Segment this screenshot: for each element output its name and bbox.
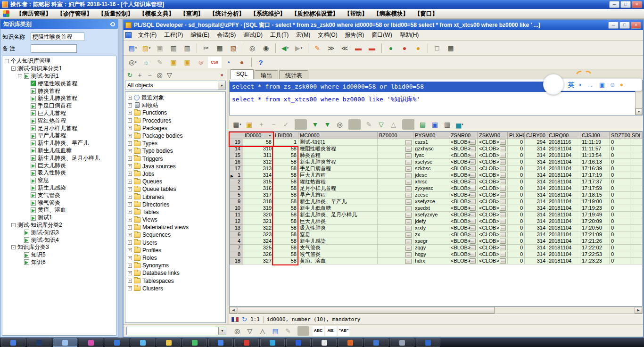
cell-plxh00[interactable]: 0	[508, 172, 525, 179]
expand-icon[interactable]: +	[128, 233, 132, 237]
expand-icon[interactable]: +	[128, 149, 132, 153]
grid-column-header[interactable]: LBID00	[273, 132, 298, 139]
cell-overflow[interactable]	[630, 179, 643, 185]
knowledge-tree-item[interactable]: 测试-知识3	[2, 229, 116, 236]
cell-pysm00[interactable]: xsedxt	[413, 205, 449, 212]
lock-icon[interactable]: ▣	[167, 57, 181, 68]
taskbar-button[interactable]	[208, 339, 233, 347]
plsql-menu-item[interactable]: 工程(P)	[160, 31, 187, 39]
print-icon[interactable]: ▥	[167, 42, 181, 54]
cell-pysm00[interactable]: zx	[413, 231, 449, 238]
knowledge-name-input[interactable]	[31, 33, 84, 41]
cell-pysm00[interactable]: szkbsc	[413, 165, 449, 172]
cell-id0000[interactable]: 321	[243, 218, 273, 225]
cell-overflow[interactable]	[630, 258, 643, 264]
cell-bz0000[interactable]: …	[378, 251, 413, 258]
tab[interactable]: 输出	[255, 70, 278, 79]
cell-overflow[interactable]	[630, 205, 643, 212]
cell-editor-button[interactable]: …	[405, 239, 412, 244]
cell-overflow[interactable]	[630, 165, 643, 172]
cell-mc0000[interactable]: 肺炎首程	[298, 152, 378, 159]
cell-lbid00[interactable]: 58	[273, 238, 298, 245]
cell-id0000[interactable]: 317	[243, 192, 273, 198]
cell-plxh00[interactable]: 0	[508, 165, 525, 172]
grid-column-header[interactable]: CJRY00	[525, 132, 547, 139]
cell-cjrq00[interactable]: 20181104	[547, 205, 580, 212]
cell-cjrq00[interactable]: 20181104	[547, 152, 580, 159]
taskbar-button[interactable]	[286, 339, 311, 347]
expand-icon[interactable]: +	[128, 126, 132, 130]
cell-cjrq00[interactable]: 20181104	[547, 218, 580, 225]
ime-emoji-icon[interactable]: ☺	[609, 81, 615, 88]
cell-lbid00[interactable]: 58	[273, 245, 298, 251]
rollback-icon[interactable]: ●	[398, 42, 412, 54]
cell-mc0000[interactable]: 黄疸、溶血	[298, 258, 378, 264]
expand-icon[interactable]: +	[128, 264, 132, 268]
refresh-icon[interactable]: ↻	[125, 70, 135, 80]
row-number-cell[interactable]: ▶15	[230, 152, 243, 159]
cell-editor-button[interactable]: …	[405, 232, 412, 238]
cell-zskwb0[interactable]: …<CLOB>	[478, 179, 508, 185]
row-number-cell[interactable]: ▶14	[230, 146, 243, 152]
find-next-icon[interactable]: ◉	[259, 42, 273, 54]
host-menu-item[interactable]: 【质控标准设置】	[289, 10, 341, 18]
cell-zskwb0[interactable]: …<CLOB>	[478, 238, 508, 245]
chevron-down-icon[interactable]: ▼	[218, 327, 226, 335]
knowledge-tree-item[interactable]: 知识5	[2, 251, 116, 259]
cell-sdzt00[interactable]: 0	[610, 238, 630, 245]
cell-bz0000[interactable]: …	[378, 205, 413, 212]
expand-icon[interactable]: +	[128, 164, 132, 168]
cell-editor-button[interactable]: …	[500, 225, 506, 231]
cell-cjry00[interactable]: 314	[525, 225, 547, 231]
grid-corner-cell[interactable]	[230, 132, 243, 139]
cell-lbid00[interactable]: 58	[273, 159, 298, 165]
cell-editor-button[interactable]: …	[500, 206, 506, 211]
cell-editor-button[interactable]: …	[405, 180, 412, 185]
cell-pysm00[interactable]: cszs1	[413, 139, 449, 146]
cell-editor-button[interactable]: …	[405, 213, 412, 218]
cell-zsnr00[interactable]: …<BLOB>	[449, 205, 478, 212]
knowledge-tree-item[interactable]: 黄疸、溶血	[2, 207, 116, 214]
cell-pysm00[interactable]: xhrsc	[413, 179, 449, 185]
cell-zsnr00[interactable]: …<BLOB>	[449, 225, 478, 231]
cell-cjry00[interactable]: 314	[525, 238, 547, 245]
cell-editor-button[interactable]: …	[500, 146, 506, 151]
cell-id0000[interactable]: 314	[243, 172, 273, 179]
cell-plxh00[interactable]: 0	[508, 212, 525, 218]
taskbar-button[interactable]	[182, 339, 207, 347]
redo-icon[interactable]: ▶▾	[292, 42, 305, 54]
grid-column-header[interactable]: ID0000▼	[243, 132, 273, 139]
cell-cjsj00[interactable]: 17:17:19	[580, 172, 610, 179]
cell-id0000[interactable]: 315	[243, 179, 273, 185]
knowledge-tree-item[interactable]: - 测试-知识库分类2	[2, 222, 116, 229]
row-number-cell[interactable]: ▶16	[230, 159, 243, 165]
half-width-button[interactable]: AB:	[325, 326, 337, 336]
cell-cjsj00[interactable]: 17:17:59	[580, 185, 610, 192]
taskbar-button[interactable]	[234, 339, 259, 347]
indent-icon[interactable]: ≫	[324, 42, 338, 54]
clear-statement-icon[interactable]: ▬	[352, 42, 365, 54]
cell-lbid00[interactable]: 58	[273, 146, 298, 152]
grid-horizontal-scrollbar[interactable]: ◀ ▶	[229, 306, 643, 314]
post-changes-icon[interactable]: ✓	[280, 119, 292, 130]
cell-mc0000[interactable]: 吸入性肺炎	[298, 225, 378, 231]
cell-lbid00[interactable]: 58	[273, 152, 298, 159]
taskbar-button[interactable]	[27, 339, 51, 347]
cell-cjrq00[interactable]: 20181104	[547, 251, 580, 258]
object-browser-item[interactable]: + Types	[126, 140, 224, 147]
cell-plxh00[interactable]: 0	[508, 225, 525, 231]
row-number-cell[interactable]: ▶2	[230, 179, 243, 185]
object-browser-item[interactable]: + Queue tables	[126, 185, 224, 193]
preferences-icon[interactable]: ☼	[140, 57, 153, 68]
cell-id0000[interactable]: 324	[243, 238, 273, 245]
cell-overflow[interactable]	[630, 152, 643, 159]
host-menu-item[interactable]: 【病案模块】	[371, 10, 412, 18]
expand-icon[interactable]: +	[128, 141, 132, 146]
cell-lbid00[interactable]: 58	[273, 212, 298, 218]
cell-pysm00[interactable]: fysc	[413, 152, 449, 159]
cell-cjry00[interactable]: 314	[525, 198, 547, 205]
cell-cjsj00[interactable]: 17:21:26	[580, 238, 610, 245]
expand-icon[interactable]: +	[128, 256, 132, 260]
cell-editor-button[interactable]: …	[500, 159, 506, 165]
cell-pysm00[interactable]: hqgy	[413, 251, 449, 258]
